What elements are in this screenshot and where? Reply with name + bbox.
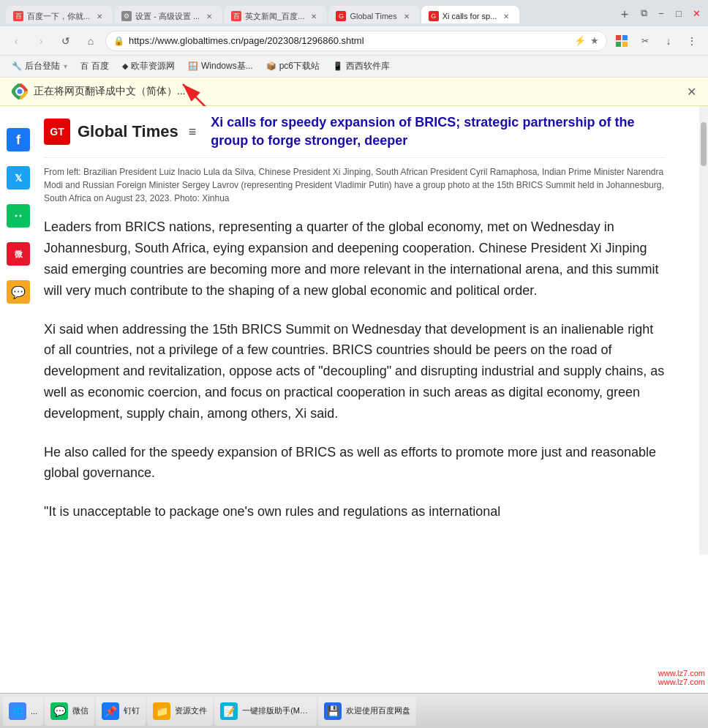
tab-close-tab4[interactable]: ✕ [401,10,413,22]
cut-icon[interactable]: ✂ [635,31,655,51]
toolbar-icons: ✂ ↓ ⋮ [611,31,702,51]
scrollbar-thumb[interactable] [701,122,707,166]
tab-close-tab2[interactable]: ✕ [203,10,215,22]
new-tab-button[interactable]: + [614,4,635,25]
article-paragraph-2: He also called for the speedy expansion … [44,442,666,484]
menu-button[interactable]: ⋮ [682,31,702,51]
scrollbar[interactable] [699,106,708,555]
svg-point-9 [12,209,25,222]
bookmark-item-0[interactable]: 🔧后台登陆▾ [6,58,73,75]
translation-bar: 正在将网页翻译成中文（简体）... ✕ [0,78,708,106]
site-name: Global Times [78,122,178,141]
browser-window: 百 百度一下，你就... ✕ ⚙ 设置 - 高级设置 ... ✕ 百 英文新闻_… [0,0,708,590]
translation-bar-close[interactable]: ✕ [687,85,696,99]
comment-button[interactable]: 💬 [7,280,30,304]
svg-point-6 [18,89,23,94]
chrome-logo-icon [12,83,28,100]
page-content: f 𝕏 微 💬 GT Global Times ≡ Xi calls for s… [0,106,708,555]
svg-rect-3 [622,42,628,47]
browser-tab-tab5[interactable]: G Xi calls for sp... ✕ [421,6,520,23]
restore-button[interactable]: ⧉ [638,7,649,19]
image-caption: From left: Brazilian President Luiz Inac… [44,165,666,205]
window-controls: ⧉ − □ ✕ [638,7,702,19]
title-bar: 百 百度一下，你就... ✕ ⚙ 设置 - 高级设置 ... ✕ 百 英文新闻_… [0,0,708,26]
address-bar-row: ‹ › ↺ ⌂ 🔒 https://www.globaltimes.cn/pag… [0,26,708,56]
browser-tab-tab2[interactable]: ⚙ 设置 - 高级设置 ... ✕ [114,6,222,23]
back-button[interactable]: ‹ [6,31,26,51]
gt-logo: GT [44,119,70,145]
article-paragraph-3: "It is unacceptable to package one's own… [44,501,666,522]
svg-rect-0 [616,35,621,40]
article-paragraph-1: Xi said when addressing the 15th BRICS S… [44,319,666,424]
browser-tab-tab1[interactable]: 百 百度一下，你就... ✕ [6,6,113,23]
article-area: GT Global Times ≡ Xi calls for speedy ex… [37,106,695,555]
tab-close-tab3[interactable]: ✕ [308,10,320,22]
maximize-button[interactable]: □ [673,7,685,19]
bookmark-item-5[interactable]: 📱西西软件库 [327,58,396,75]
tab-close-tab5[interactable]: ✕ [500,10,512,22]
minimize-button[interactable]: − [655,7,667,19]
wechat-share-button[interactable] [7,204,30,228]
twitter-share-button[interactable]: 𝕏 [7,166,30,189]
translation-text: 正在将网页翻译成中文（简体）... [34,85,186,98]
extensions-button[interactable] [611,31,632,51]
svg-rect-2 [616,42,621,47]
forward-button[interactable]: › [31,31,51,51]
article-paragraphs: Leaders from BRICS nations, representing… [44,217,666,522]
download-button[interactable]: ↓ [658,31,679,51]
facebook-share-button[interactable]: f [7,128,30,151]
svg-point-11 [20,215,22,217]
article-headline: Xi calls for speedy expansion of BRICS; … [211,113,666,150]
close-button[interactable]: ✕ [690,7,702,19]
address-bar-icons: ⚡ ★ [574,35,599,46]
reload-button[interactable]: ↺ [56,31,76,51]
browser-tab-tab3[interactable]: 百 英文新闻_百度... ✕ [224,6,327,23]
weibo-share-button[interactable]: 微 [7,242,30,266]
lock-icon: 🔒 [113,36,124,46]
bookmarks-bar: 🔧后台登陆▾百百度◆欧菲资源网🪟Windows基...📦pc6下载站📱西西软件库 [0,56,708,78]
address-bar[interactable]: 🔒 https://www.globaltimes.cn/page/202308… [105,31,607,51]
site-header: GT Global Times ≡ Xi calls for speedy ex… [44,106,666,158]
social-sidebar: f 𝕏 微 💬 [0,106,37,555]
article-paragraph-0: Leaders from BRICS nations, representing… [44,217,666,301]
bookmark-item-1[interactable]: 百百度 [75,58,115,75]
tab-close-tab1[interactable]: ✕ [94,10,105,22]
home-button[interactable]: ⌂ [80,31,101,51]
bookmark-item-3[interactable]: 🪟Windows基... [182,58,259,75]
address-text: https://www.globaltimes.cn/page/202308/1… [129,35,570,46]
tabs-container: 百 百度一下，你就... ✕ ⚙ 设置 - 高级设置 ... ✕ 百 英文新闻_… [6,1,635,25]
bookmark-item-4[interactable]: 📦pc6下载站 [260,58,325,75]
translation-bar-left: 正在将网页翻译成中文（简体）... [12,83,186,100]
bookmark-item-2[interactable]: ◆欧菲资源网 [116,58,181,75]
svg-point-10 [15,215,18,217]
svg-rect-1 [622,35,628,40]
menu-icon[interactable]: ≡ [189,124,197,140]
browser-tab-tab4[interactable]: G Global Times ✕ [328,6,419,23]
